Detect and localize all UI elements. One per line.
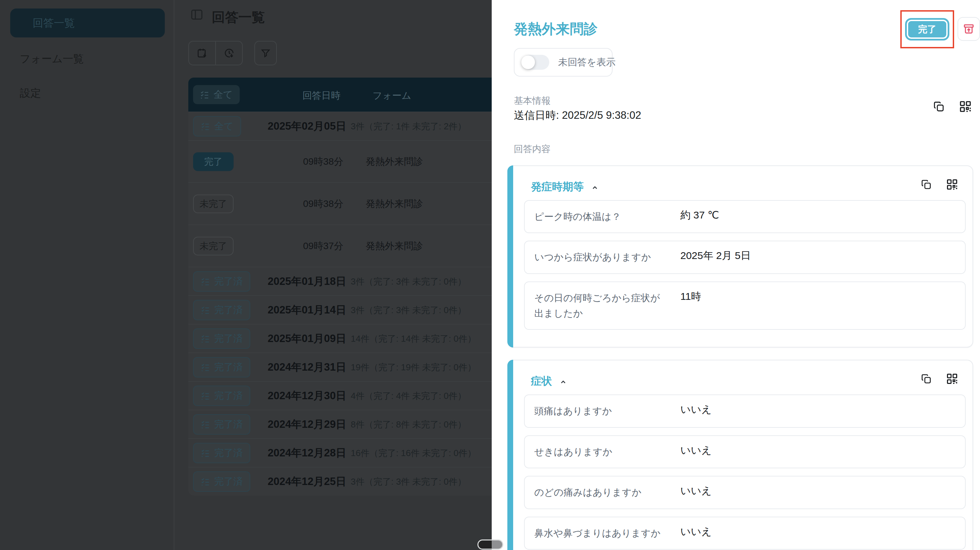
answer-text: 約 37 ℃ — [680, 208, 719, 222]
app-root: 回答一覧 フォーム一覧 設定 回答一覧 — [0, 0, 980, 550]
show-unanswered-toggle-card: 未回答を表示 — [514, 48, 612, 76]
table-group-row[interactable]: 完了済2024年12月31日19件（完了: 19件 未完了: 0件） — [188, 353, 492, 381]
group-status-chip[interactable]: 完了済 — [193, 328, 250, 349]
group-status-chip[interactable]: 完了済 — [193, 414, 250, 435]
filter-button[interactable] — [255, 41, 277, 65]
list-checks-icon — [200, 420, 210, 429]
question-text: その日の何時ごろから症状が出ましたか — [534, 290, 668, 321]
group-count: 16件（完了: 16件 未完了: 0件） — [351, 447, 476, 459]
section-header: 症状 — [524, 373, 966, 394]
copy-icon[interactable] — [921, 179, 932, 190]
chevron-up-icon[interactable] — [559, 377, 568, 386]
list-checks-icon — [200, 448, 210, 458]
filter-all-chip[interactable]: 全て — [193, 85, 240, 104]
list-checks-icon — [200, 121, 210, 131]
group-status-chip[interactable]: 完了済 — [193, 300, 250, 320]
answer-text: いいえ — [680, 484, 712, 498]
group-status-chip[interactable]: 完了済 — [193, 471, 250, 492]
status-badge: 未完了 — [193, 237, 234, 255]
list-checks-icon — [200, 305, 210, 315]
table-group-row[interactable]: 完了済2025年01月14日3件（完了: 3件 未完了: 0件） — [188, 296, 492, 324]
sidebar: 回答一覧 フォーム一覧 設定 — [0, 0, 174, 550]
question-answer-row: ピーク時の体温は？約 37 ℃ — [524, 200, 966, 233]
answers-table: 全て 回答日時 フォーム 全て2025年02月05日3件（完了: 1件 未完了:… — [188, 78, 492, 496]
qr-code-icon[interactable] — [946, 178, 958, 191]
group-status-chip[interactable]: 完了済 — [193, 271, 250, 292]
column-header-datetime: 回答日時 — [302, 89, 340, 102]
toggle-label: 未回答を表示 — [558, 56, 616, 69]
table-group-row[interactable]: 完了済2024年12月29日8件（完了: 8件 未完了: 0件） — [188, 410, 492, 439]
copy-icon[interactable] — [933, 101, 945, 112]
panel-collapse-icon[interactable] — [190, 8, 205, 22]
table-group-row[interactable]: 完了済2024年12月25日3件（完了: 3件 未完了: 0件） — [188, 467, 492, 496]
group-status-chip[interactable]: 完了済 — [193, 357, 250, 377]
sort-by-date-button[interactable] — [189, 41, 215, 65]
sidebar-item-settings[interactable]: 設定 — [20, 86, 41, 100]
drawer-resize-handle[interactable] — [477, 539, 503, 550]
question-answer-row: その日の何時ごろから症状が出ましたか11時 — [524, 281, 966, 330]
answer-text: 11時 — [680, 289, 701, 304]
question-text: いつから症状がありますか — [534, 250, 668, 265]
table-row[interactable]: 未完了09時38分発熱外来問診 — [188, 183, 492, 225]
answer-time: 09時38分 — [303, 155, 343, 168]
group-status-chip[interactable]: 完了済 — [193, 443, 250, 463]
table-group-row[interactable]: 完了済2024年12月30日4件（完了: 4件 未完了: 0件） — [188, 381, 492, 410]
qr-code-icon[interactable] — [959, 100, 972, 113]
group-count: 4件（完了: 4件 未完了: 0件） — [351, 390, 466, 402]
funnel-icon — [260, 48, 271, 59]
unarchive-button[interactable] — [958, 17, 980, 41]
list-checks-icon — [200, 277, 210, 286]
answer-time: 09時38分 — [303, 197, 343, 210]
chevron-up-icon[interactable] — [590, 183, 599, 192]
qr-code-icon[interactable] — [946, 373, 958, 385]
sort-button-group — [188, 41, 243, 65]
form-name: 発熱外来問診 — [366, 240, 423, 253]
toggle-knob — [521, 56, 535, 69]
section-header: 発症時期等 — [524, 178, 966, 200]
page-title: 回答一覧 — [212, 8, 265, 27]
sidebar-item-form-list[interactable]: フォーム一覧 — [20, 52, 84, 66]
toggle-switch[interactable] — [522, 55, 549, 70]
table-group-row[interactable]: 全て2025年02月05日3件（完了: 1件 未完了: 2件） — [188, 111, 492, 140]
group-count: 19件（完了: 19件 未完了: 0件） — [351, 361, 476, 373]
answer-text: いいえ — [680, 403, 712, 416]
section-title: 発症時期等 — [531, 180, 584, 194]
answer-time: 09時37分 — [303, 240, 343, 253]
highlight-box: 完了 — [900, 10, 954, 48]
section-accent-bar — [508, 165, 513, 348]
group-count: 3件（完了: 3件 未完了: 0件） — [351, 275, 466, 287]
group-status-chip[interactable]: 完了済 — [193, 386, 250, 406]
group-date: 2025年01月14日 — [268, 303, 346, 317]
group-count: 14件（完了: 14件 未完了: 0件） — [351, 332, 476, 345]
section-title: 症状 — [531, 374, 552, 388]
table-group-row[interactable]: 完了済2025年01月18日3件（完了: 3件 未完了: 0件） — [188, 267, 492, 296]
list-checks-icon — [200, 334, 210, 343]
drawer-title: 発熱外来問診 — [514, 20, 598, 38]
question-text: せきはありますか — [534, 444, 668, 459]
column-header-form: フォーム — [372, 89, 411, 102]
sort-by-time-button[interactable] — [215, 41, 242, 65]
group-date: 2025年01月09日 — [268, 332, 346, 346]
answer-list-panel: 回答一覧 — [174, 0, 492, 550]
copy-icon[interactable] — [921, 374, 932, 384]
question-text: のどの痛みはありますか — [534, 485, 668, 500]
table-group-row[interactable]: 完了済2025年01月09日14件（完了: 14件 未完了: 0件） — [188, 324, 492, 353]
question-answer-row: 頭痛はありますかいいえ — [524, 394, 966, 428]
question-text: 頭痛はありますか — [534, 403, 668, 419]
answer-section-card: 症状頭痛はありますかいいえせきはありますかいいえのどの痛みはありますかいいえ鼻水… — [508, 360, 973, 550]
detail-drawer: 発熱外来問診 完了 未回答を表示 基本情報 送信日時: 2025/2/5 9:3… — [492, 0, 980, 550]
sidebar-item-answer-list[interactable]: 回答一覧 — [10, 8, 165, 37]
group-date: 2024年12月31日 — [268, 360, 346, 374]
section-accent-bar — [508, 360, 513, 550]
list-checks-icon — [200, 362, 210, 372]
done-button[interactable]: 完了 — [905, 18, 949, 40]
table-row[interactable]: 完了09時38分発熱外来問診 — [188, 140, 492, 183]
question-answer-row: のどの痛みはありますかいいえ — [524, 476, 966, 509]
question-answer-row: せきはありますかいいえ — [524, 435, 966, 468]
answer-sections: 発症時期等ピーク時の体温は？約 37 ℃いつから症状がありますか2025年 2月… — [508, 165, 973, 550]
group-status-chip[interactable]: 全て — [193, 116, 241, 137]
table-row[interactable]: 未完了09時37分発熱外来問診 — [188, 225, 492, 267]
table-group-row[interactable]: 完了済2024年12月28日16件（完了: 16件 未完了: 0件） — [188, 439, 492, 467]
group-count: 3件（完了: 3件 未完了: 0件） — [351, 475, 466, 487]
archive-restore-icon — [963, 23, 975, 35]
